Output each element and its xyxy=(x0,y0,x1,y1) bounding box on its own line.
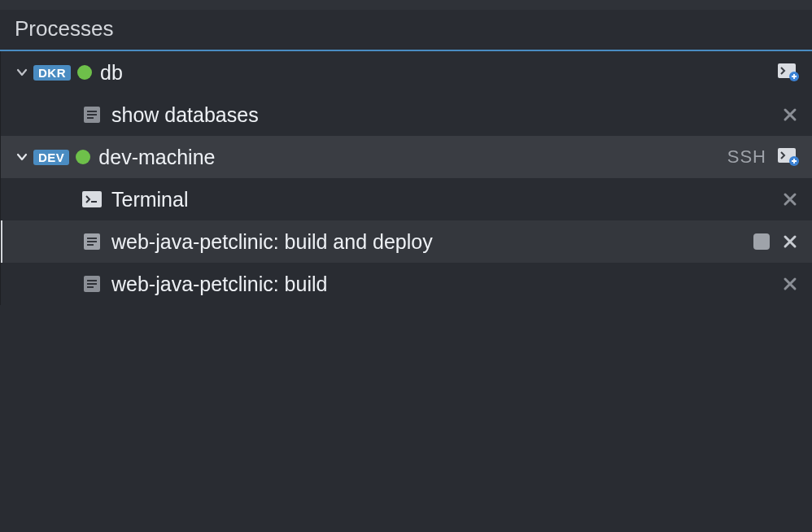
svg-rect-16 xyxy=(87,283,97,285)
machine-type-badge: DEV xyxy=(33,150,69,165)
terminal-icon xyxy=(82,191,102,207)
process-label: web-java-petclinic: build and deploy xyxy=(111,230,753,254)
status-dot-icon xyxy=(77,65,92,80)
machine-row-dev[interactable]: DEV dev-machine SSH xyxy=(1,136,812,178)
svg-rect-12 xyxy=(87,241,97,242)
process-row[interactable]: show databases xyxy=(1,94,812,136)
process-label: show databases xyxy=(111,103,781,127)
svg-rect-5 xyxy=(87,117,94,119)
svg-rect-15 xyxy=(87,280,97,281)
svg-rect-3 xyxy=(87,111,97,112)
svg-rect-9 xyxy=(91,201,97,203)
document-icon xyxy=(82,105,102,124)
svg-rect-8 xyxy=(82,191,102,207)
process-row[interactable]: Terminal xyxy=(1,178,812,220)
document-icon xyxy=(82,274,102,294)
chevron-down-icon[interactable] xyxy=(11,66,33,79)
machine-name: db xyxy=(100,61,778,85)
stop-icon[interactable] xyxy=(753,233,770,250)
process-row[interactable]: web-java-petclinic: build xyxy=(1,263,812,305)
process-label: web-java-petclinic: build xyxy=(111,273,781,296)
window-top-strip xyxy=(0,0,812,10)
machine-type-badge: DKR xyxy=(33,65,71,81)
machine-row-dkr[interactable]: DKR db xyxy=(1,51,812,94)
chevron-down-icon[interactable] xyxy=(11,150,33,164)
svg-rect-11 xyxy=(87,238,97,239)
process-tree: DKR db show databases xyxy=(0,51,812,305)
svg-rect-17 xyxy=(87,286,94,288)
new-terminal-icon[interactable] xyxy=(778,148,799,166)
close-icon[interactable] xyxy=(781,275,799,293)
close-icon[interactable] xyxy=(781,190,799,208)
svg-rect-13 xyxy=(87,244,94,246)
new-terminal-icon[interactable] xyxy=(778,63,799,81)
machine-name: dev-machine xyxy=(98,146,727,169)
document-icon xyxy=(82,232,102,251)
close-icon[interactable] xyxy=(781,106,799,124)
svg-rect-4 xyxy=(87,114,97,116)
panel-title: Processes xyxy=(0,10,812,51)
status-dot-icon xyxy=(76,150,90,164)
close-icon[interactable] xyxy=(781,233,799,251)
process-row[interactable]: web-java-petclinic: build and deploy xyxy=(1,220,812,263)
ssh-label: SSH xyxy=(727,146,766,168)
process-label: Terminal xyxy=(111,188,781,211)
